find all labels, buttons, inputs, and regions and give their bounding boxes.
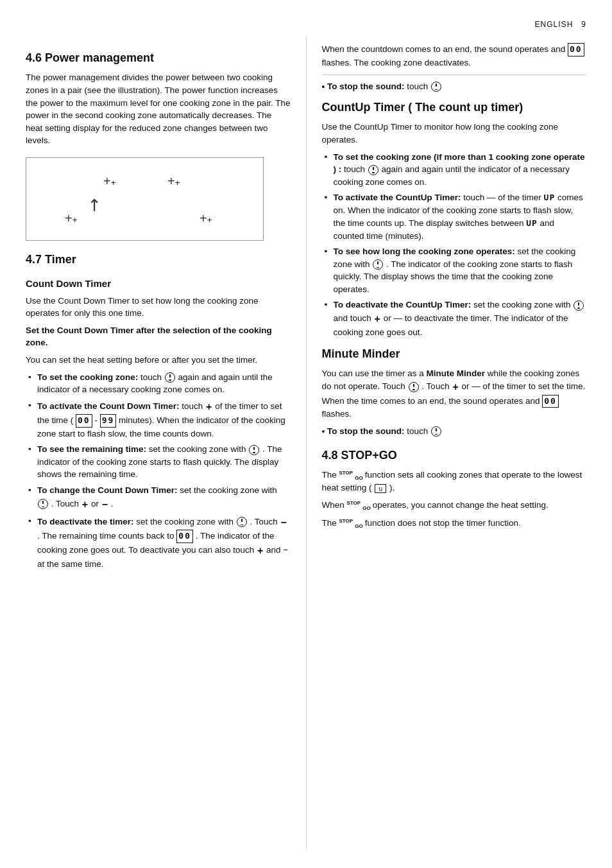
minute-minder-title: Minute Minder [322, 345, 587, 362]
plus-icon-3: + [257, 543, 263, 558]
stopgo-body1: The STOP GO function sets all cooking zo… [322, 469, 587, 494]
countdown-end-text: When the countdown comes to an end, the … [322, 43, 587, 69]
countdown-bold-text: Set the Count Down Timer after the selec… [26, 324, 291, 349]
section-48-title: 4.8 STOP+GO [322, 447, 587, 464]
countup-body: Use the CountUp Timer to monitor how lon… [322, 121, 587, 146]
heat-icon-1: u [375, 484, 386, 493]
plus-icon-2: + [82, 497, 88, 512]
timer-icon-cu3 [574, 300, 584, 311]
stop-sound-2: • To stop the sound: touch [322, 425, 587, 438]
list-item-deactivate-timer: To deactivate the timer: set the cooking… [26, 515, 291, 571]
cross-1: + [103, 172, 115, 184]
minus-icon-2: − [280, 515, 286, 530]
display-00-flash: 00 [568, 43, 584, 56]
timer-icon-4 [237, 517, 247, 527]
content-columns: 4.6 Power management The power managemen… [0, 37, 612, 849]
countup-item-deactivate: To deactivate the CountUp Timer: set the… [322, 299, 587, 338]
count-down-timer-title: Count Down Timer [26, 277, 291, 291]
display-00-2: 00 [176, 530, 193, 543]
timer-icon-mm1 [409, 382, 419, 392]
up-icon-2: UP [526, 218, 538, 230]
page: ENGLISH 9 4.6 Power management The power… [0, 0, 612, 868]
stopgo-body3: The STOP GO function does not stop the t… [322, 517, 587, 530]
list-item-activate-countdown: To activate the Count Down Timer: touch … [26, 399, 291, 440]
timer-icon-stop1 [431, 82, 441, 92]
power-management-illustration: + + + + ↗ [26, 157, 264, 241]
list-item-change-countdown: To change the Count Down Timer: set the … [26, 484, 291, 512]
countup-item-see-long: To see how long the cooking zone operate… [322, 245, 587, 295]
right-column: When the countdown comes to an end, the … [307, 37, 613, 849]
plus-icon-cu: + [375, 311, 380, 326]
stopgo-label-2: STOP GO [347, 501, 373, 509]
cross-2: + [167, 172, 179, 184]
section-47-title: 4.7 Timer [26, 251, 291, 268]
section-46-body: The power management divides the power b… [26, 71, 291, 146]
stopgo-label-1: STOP GO [339, 471, 365, 479]
stopgo-body2: When STOP GO operates, you cannot change… [322, 499, 587, 512]
arrow-icon: ↗ [81, 192, 108, 219]
stop-sound-1: • To stop the sound: touch [322, 80, 587, 93]
section-46-title: 4.6 Power management [26, 49, 291, 66]
minute-minder-body: You can use the timer as a Minute Minder… [322, 367, 587, 421]
divider-1 [322, 74, 587, 75]
timer-icon-stop2 [431, 426, 441, 437]
countdown-body2: You can set the heat setting before or a… [26, 354, 291, 367]
stopgo-label-3: STOP GO [339, 519, 365, 527]
page-header: ENGLISH 9 [0, 19, 612, 37]
display-mm: 00 [542, 395, 559, 408]
list-item-remaining-time: To see the remaining time: set the cooki… [26, 443, 291, 481]
countup-timer-title: CountUp Timer ( The count up timer) [322, 99, 587, 116]
countup-item-set-zone: To set the cooking zone (if more than 1 … [322, 151, 587, 189]
countup-list: To set the cooking zone (if more than 1 … [322, 151, 587, 339]
cross-4: + [200, 209, 211, 221]
display-00-1: 00 [76, 414, 92, 428]
countdown-list: To set the cooking zone: touch again and… [26, 371, 291, 571]
countdown-body: Use the Count Down Timer to set how long… [26, 295, 291, 320]
page-number: 9 [581, 19, 586, 30]
up-icon: UP [544, 192, 556, 204]
minus-icon-1: − [102, 497, 108, 512]
plus-icon-1: + [206, 399, 212, 414]
list-item-set-zone: To set the cooking zone: touch again and… [26, 371, 291, 396]
timer-icon-2 [249, 445, 259, 455]
left-column: 4.6 Power management The power managemen… [0, 37, 307, 849]
countup-item-activate: To activate the CountUp Timer: touch — o… [322, 191, 587, 242]
timer-icon-cu2 [373, 259, 383, 270]
timer-icon-3 [38, 499, 48, 509]
timer-icon-cu1 [368, 165, 378, 175]
timer-icon-1 [165, 372, 175, 383]
plus-icon-mm: + [452, 379, 458, 394]
cross-3: + [65, 209, 76, 221]
language-label: ENGLISH [535, 19, 574, 30]
display-99: 99 [100, 414, 117, 428]
